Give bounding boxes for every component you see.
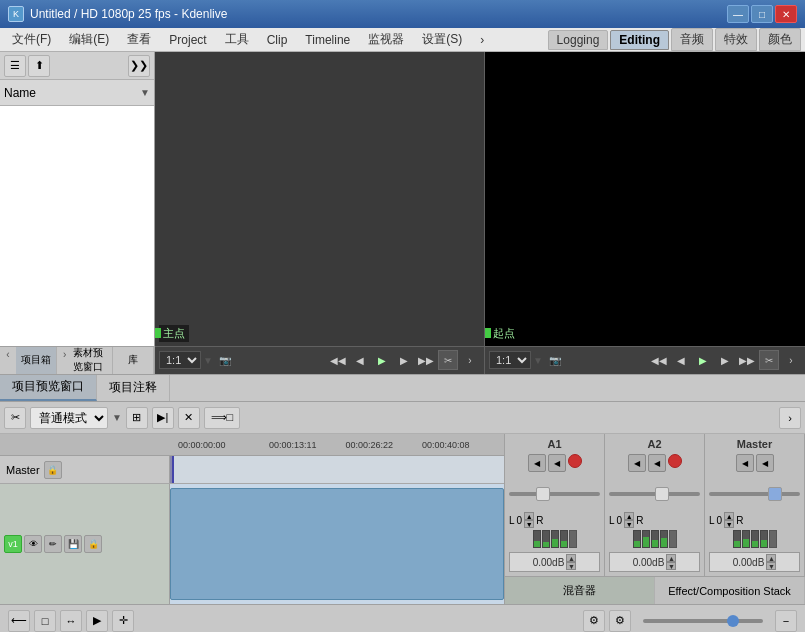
tab-effect-stack[interactable]: Effect/Composition Stack xyxy=(655,577,805,604)
a2-db-down[interactable]: ▼ xyxy=(666,562,676,570)
a1-spin[interactable]: ▲ ▼ xyxy=(524,512,534,528)
v1-clip[interactable] xyxy=(170,488,504,600)
v1-lock-btn[interactable]: 🔒 xyxy=(84,535,102,553)
master-lock-btn[interactable]: 🔒 xyxy=(44,461,62,479)
tab-library[interactable]: 库 xyxy=(113,347,154,374)
clip-trim-btn[interactable]: ✂ xyxy=(438,350,458,370)
a1-btn1[interactable]: ◀ xyxy=(528,454,546,472)
master-btn1[interactable]: ◀ xyxy=(736,454,754,472)
menu-project[interactable]: Project xyxy=(161,31,214,49)
master-spin-down[interactable]: ▼ xyxy=(724,520,734,528)
name-sort-icon[interactable]: ▼ xyxy=(140,87,150,98)
tab-effects[interactable]: 特效 xyxy=(715,28,757,51)
project-more-btn[interactable]: › xyxy=(781,350,801,370)
clip-rewind-btn[interactable]: ◀◀ xyxy=(328,350,348,370)
left-panel-next[interactable]: › xyxy=(57,347,73,363)
v1-mute-btn[interactable]: 👁 xyxy=(24,535,42,553)
left-panel-prev[interactable]: ‹ xyxy=(0,347,16,363)
clip-snapshot-btn[interactable]: 📷 xyxy=(215,350,235,370)
mode-chevron[interactable]: ▼ xyxy=(112,412,122,423)
close-button[interactable]: ✕ xyxy=(775,5,797,23)
clip-next-btn[interactable]: ▶ xyxy=(394,350,414,370)
zoom-slider[interactable] xyxy=(643,619,763,623)
menu-file[interactable]: 文件(F) xyxy=(4,29,59,50)
timeline-mode-select[interactable]: 普通模式 xyxy=(30,407,108,429)
timeline-lift-btn[interactable]: ⟹□ xyxy=(204,407,240,429)
left-toolbar-btn1[interactable]: ☰ xyxy=(4,55,26,77)
timeline-insert-btn[interactable]: ▶| xyxy=(152,407,174,429)
bottom-gear-btn2[interactable]: ⚙ xyxy=(609,610,631,632)
bottom-gear-btn1[interactable]: ⚙ xyxy=(583,610,605,632)
a1-btn2[interactable]: ◀ xyxy=(548,454,566,472)
tab-editing[interactable]: Editing xyxy=(610,30,669,50)
tab-project-preview[interactable]: 项目预览窗口 xyxy=(0,375,97,401)
a2-btn1[interactable]: ◀ xyxy=(628,454,646,472)
master-db-down[interactable]: ▼ xyxy=(766,562,776,570)
a1-record-btn[interactable] xyxy=(568,454,582,468)
v1-pencil-btn[interactable]: ✏ xyxy=(44,535,62,553)
master-db-spin[interactable]: ▲ ▼ xyxy=(766,554,776,570)
bottom-btn-5[interactable]: ✛ xyxy=(112,610,134,632)
a2-spin-up[interactable]: ▲ xyxy=(624,512,634,520)
a2-fader-knob[interactable] xyxy=(655,487,669,501)
a1-spin-down[interactable]: ▼ xyxy=(524,520,534,528)
tab-color[interactable]: 颜色 xyxy=(759,28,801,51)
project-trim-btn[interactable]: ✂ xyxy=(759,350,779,370)
tab-audio[interactable]: 音频 xyxy=(671,28,713,51)
bottom-btn-1[interactable]: ⟵ xyxy=(8,610,30,632)
project-rewind-btn[interactable]: ◀◀ xyxy=(649,350,669,370)
a1-fader-knob[interactable] xyxy=(536,487,550,501)
menu-monitor[interactable]: 监视器 xyxy=(360,29,412,50)
menu-edit[interactable]: 编辑(E) xyxy=(61,29,117,50)
zoom-out-btn[interactable]: − xyxy=(775,610,797,632)
v1-track-content[interactable] xyxy=(170,484,504,604)
tab-project-bin[interactable]: 项目箱 xyxy=(16,347,57,374)
a2-spin-down[interactable]: ▼ xyxy=(624,520,634,528)
project-play-btn[interactable]: ▶ xyxy=(693,350,713,370)
a2-spin[interactable]: ▲ ▼ xyxy=(624,512,634,528)
tab-project-notes[interactable]: 项目注释 xyxy=(97,375,170,401)
a1-db-up[interactable]: ▲ xyxy=(566,554,576,562)
a1-db-spin[interactable]: ▲ ▼ xyxy=(566,554,576,570)
project-zoom-select[interactable]: 1:1 xyxy=(489,351,531,369)
timeline-razor-btn[interactable]: ✂ xyxy=(4,407,26,429)
master-track-content[interactable] xyxy=(170,456,504,483)
timeline-group-btn[interactable]: ⊞ xyxy=(126,407,148,429)
clip-play-btn[interactable]: ▶ xyxy=(372,350,392,370)
clip-prev-btn[interactable]: ◀ xyxy=(350,350,370,370)
clip-zoom-select[interactable]: 1:1 xyxy=(159,351,201,369)
master-spin[interactable]: ▲ ▼ xyxy=(724,512,734,528)
master-db-up[interactable]: ▲ xyxy=(766,554,776,562)
menu-view[interactable]: 查看 xyxy=(119,29,159,50)
zoom-handle[interactable] xyxy=(727,615,739,627)
timeline-more-btn[interactable]: › xyxy=(779,407,801,429)
project-next-btn[interactable]: ▶ xyxy=(715,350,735,370)
clip-fwd-btn[interactable]: ▶▶ xyxy=(416,350,436,370)
project-snapshot-btn[interactable]: 📷 xyxy=(545,350,565,370)
master-fader-knob[interactable] xyxy=(768,487,782,501)
master-btn2[interactable]: ◀ xyxy=(756,454,774,472)
left-toolbar-btn3[interactable]: ❯❯ xyxy=(128,55,150,77)
timeline-overwrite-btn[interactable]: ✕ xyxy=(178,407,200,429)
master-spin-up[interactable]: ▲ xyxy=(724,512,734,520)
menu-more[interactable]: › xyxy=(472,31,492,49)
master-fader-track[interactable] xyxy=(709,492,800,496)
bottom-btn-2[interactable]: □ xyxy=(34,610,56,632)
a1-spin-up[interactable]: ▲ xyxy=(524,512,534,520)
left-toolbar-btn2[interactable]: ⬆ xyxy=(28,55,50,77)
a1-db-down[interactable]: ▼ xyxy=(566,562,576,570)
tab-clip-preview[interactable]: 素材预览窗口 xyxy=(73,347,114,374)
bottom-btn-3[interactable]: ↔ xyxy=(60,610,82,632)
bottom-btn-4[interactable]: ▶ xyxy=(86,610,108,632)
maximize-button[interactable]: □ xyxy=(751,5,773,23)
a2-btn2[interactable]: ◀ xyxy=(648,454,666,472)
a2-db-up[interactable]: ▲ xyxy=(666,554,676,562)
project-prev-btn[interactable]: ◀ xyxy=(671,350,691,370)
a2-fader-track[interactable] xyxy=(609,492,700,496)
menu-settings[interactable]: 设置(S) xyxy=(414,29,470,50)
minimize-button[interactable]: — xyxy=(727,5,749,23)
clip-more-btn[interactable]: › xyxy=(460,350,480,370)
tab-logging[interactable]: Logging xyxy=(548,30,609,50)
clip-zoom-chevron[interactable]: ▼ xyxy=(203,355,213,366)
menu-clip[interactable]: Clip xyxy=(259,31,296,49)
